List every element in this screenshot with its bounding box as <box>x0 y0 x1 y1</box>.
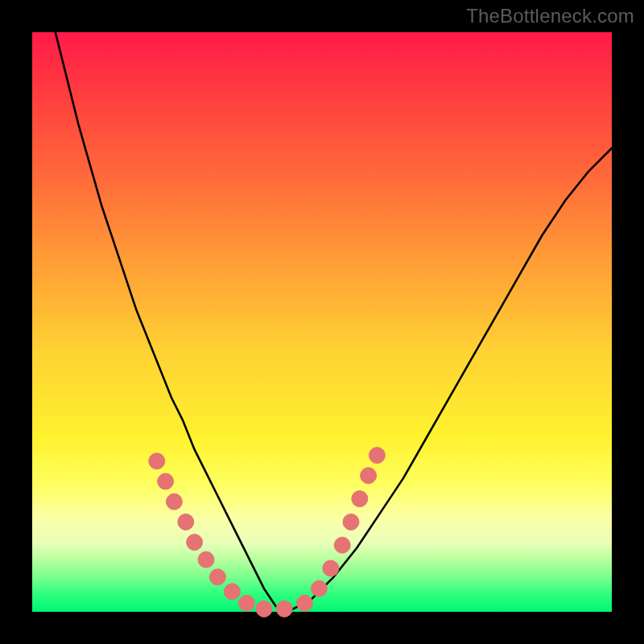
watermark-text: TheBottleneck.com <box>466 5 634 27</box>
sample-dot <box>361 468 377 484</box>
sample-dot <box>256 601 272 617</box>
sample-dot <box>296 595 312 611</box>
sample-dot <box>149 453 165 469</box>
sample-dot <box>343 514 359 530</box>
sample-dot <box>158 473 174 489</box>
sample-dot <box>166 493 182 510</box>
sample-dot <box>178 514 194 530</box>
sample-dot <box>334 537 350 553</box>
sample-dot <box>224 584 240 600</box>
sample-dot <box>276 601 292 617</box>
chart-frame: TheBottleneck.com <box>0 0 644 644</box>
plot-area <box>32 32 612 612</box>
sample-dot <box>187 535 203 551</box>
sample-dot <box>352 491 368 507</box>
sample-dot <box>198 551 214 568</box>
sample-dot <box>209 569 225 585</box>
sample-dot <box>369 448 385 464</box>
bottleneck-curve <box>56 32 612 612</box>
sample-dot <box>238 595 254 611</box>
chart-svg <box>32 32 612 612</box>
sample-dot <box>323 560 339 576</box>
sample-dot <box>311 580 327 597</box>
